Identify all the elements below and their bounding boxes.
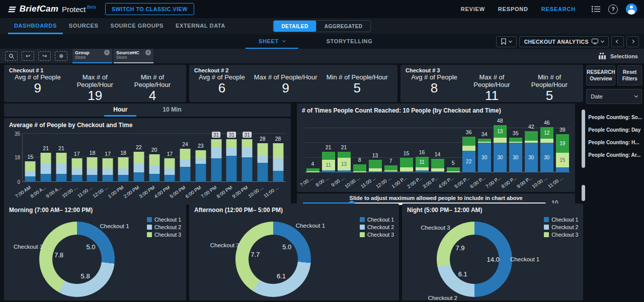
bar-segment[interactable]: [447, 167, 460, 171]
tasks-list-icon[interactable]: [592, 6, 600, 13]
legend-item-checkout-3[interactable]: Checkout 3: [544, 232, 578, 238]
bar-segment[interactable]: 15: [556, 153, 569, 167]
bar-segment[interactable]: [118, 175, 128, 182]
bar-segment[interactable]: 22: [462, 151, 475, 172]
bar-7-00-p-[interactable]: 301348: [492, 121, 508, 172]
bar-segment[interactable]: [447, 171, 460, 172]
bar-segment[interactable]: [180, 160, 191, 167]
bar-segment[interactable]: [540, 139, 553, 143]
nav-research[interactable]: RESEARCH: [541, 6, 576, 12]
bar-segment[interactable]: [242, 147, 253, 157]
bar-8-00-[interactable]: 1121: [320, 121, 336, 172]
bar-4-00-p-[interactable]: 5: [445, 121, 461, 172]
bar-segment[interactable]: [71, 158, 82, 168]
bar-segment[interactable]: [25, 171, 36, 176]
bar-segment[interactable]: [41, 174, 51, 182]
bar-4-00-pm[interactable]: 17: [162, 134, 178, 182]
nav-review[interactable]: REVIEW: [461, 6, 485, 12]
bar-10-00-[interactable]: 8: [352, 121, 367, 172]
bar-segment[interactable]: [103, 168, 113, 175]
bar-segment[interactable]: [211, 158, 221, 182]
bar-3-00-pm[interactable]: 20: [146, 134, 162, 182]
toggle-aggregated[interactable]: AGGREGATED: [316, 21, 371, 32]
bar-segment[interactable]: [384, 171, 397, 172]
tab-10-min[interactable]: 10 Min: [153, 104, 190, 117]
user-avatar[interactable]: [626, 4, 637, 15]
date-filter-dropdown[interactable]: Date: [586, 89, 642, 104]
research-overview-button[interactable]: RESEARCH Overview: [586, 65, 615, 85]
close-icon[interactable]: ×: [145, 50, 151, 55]
selections-button[interactable]: Selections: [599, 49, 638, 63]
bar-segment[interactable]: [226, 147, 237, 155]
reset-filters-button[interactable]: Reset Filters: [617, 65, 642, 85]
bar-11-00-[interactable]: 18: [85, 134, 100, 182]
bar-segment[interactable]: [133, 164, 144, 172]
bar-segment[interactable]: [133, 152, 144, 164]
bar-segment[interactable]: [180, 167, 191, 182]
bar-segment[interactable]: [273, 171, 283, 182]
bar-segment[interactable]: [257, 143, 268, 156]
bar-9-00-pm[interactable]: 31: [239, 134, 255, 182]
legend-item-checkout-2[interactable]: Checkout 2: [147, 224, 181, 230]
bar-segment[interactable]: [41, 164, 51, 173]
bar-segment[interactable]: [509, 138, 522, 142]
bar-segment[interactable]: [338, 152, 351, 158]
bar-2-00-pm[interactable]: 22: [131, 134, 146, 182]
bar-segment[interactable]: [103, 158, 113, 168]
bar-11-00-[interactable]: 28: [270, 134, 286, 182]
help-icon[interactable]: ?: [608, 5, 618, 14]
bar-8-00-a-[interactable]: 21: [38, 134, 54, 182]
bar-segment[interactable]: [369, 160, 382, 169]
bar-segment[interactable]: [195, 158, 206, 164]
bar-segment[interactable]: [416, 170, 429, 172]
bar-10-00-[interactable]: 301246: [539, 121, 554, 172]
bar-12-00-[interactable]: 7: [383, 121, 398, 172]
bar-5-00-p-[interactable]: 2236: [461, 121, 476, 172]
legend-item-checkout-2[interactable]: Checkout 2: [360, 224, 394, 230]
bar-segment[interactable]: [195, 164, 206, 182]
bar-12-00-[interactable]: 17: [100, 134, 116, 182]
bar-segment[interactable]: [56, 153, 66, 164]
bar-segment[interactable]: [462, 137, 475, 146]
legend-item-checkout-1[interactable]: Checkout 1: [147, 217, 181, 223]
bar-segment[interactable]: [149, 154, 159, 165]
bar-segment[interactable]: 19: [556, 134, 569, 153]
bar-segment[interactable]: [71, 175, 82, 182]
bar-segment[interactable]: [322, 170, 335, 172]
bar-segment[interactable]: [103, 175, 113, 182]
toggle-detailed[interactable]: DETAILED: [273, 21, 316, 32]
bar-segment[interactable]: 30: [540, 143, 553, 172]
tab-sources[interactable]: SOURCES: [63, 18, 105, 34]
filter-people-counting-hour[interactable]: People Counting: H...: [586, 136, 642, 149]
bar-segment[interactable]: [149, 165, 159, 173]
clear-selections-icon[interactable]: ⊗: [55, 51, 67, 61]
bar-10-00-[interactable]: 17: [69, 134, 85, 182]
filter-chip-sourcehc[interactable]: SourceHC × Store: [114, 49, 153, 63]
bar-6-00-p-[interactable]: 3034: [476, 121, 492, 172]
bar-segment[interactable]: 13: [338, 158, 351, 171]
sheet-scrollbar[interactable]: [582, 185, 585, 201]
tab-hour[interactable]: Hour: [104, 104, 136, 117]
bar-6-00-pm[interactable]: 23: [193, 134, 208, 182]
step-forward-icon[interactable]: ↪: [38, 51, 51, 61]
bar-segment[interactable]: [369, 171, 382, 172]
tab-dashboards[interactable]: DASHBOARDS: [8, 18, 63, 34]
bar-segment[interactable]: 13: [494, 125, 507, 138]
bar-segment[interactable]: 30: [509, 143, 522, 172]
filter-people-counting-source[interactable]: People Counting: So...: [586, 111, 642, 124]
bar-segment[interactable]: [56, 174, 66, 182]
filter-people-counting-area[interactable]: People Counting: Ar...: [586, 149, 642, 161]
bar-segment[interactable]: [71, 168, 82, 175]
previous-sheet-button[interactable]: [611, 36, 624, 47]
bar-9-00-a-[interactable]: 21: [54, 134, 69, 182]
chart-scrollbar[interactable]: [582, 110, 585, 168]
bar-7-00-am[interactable]: 15: [23, 134, 38, 182]
bar-10-00-[interactable]: 28: [255, 134, 270, 182]
bar-segment[interactable]: [87, 175, 98, 182]
bar-segment[interactable]: [400, 171, 413, 172]
bar-segment[interactable]: [556, 167, 569, 172]
bar-segment[interactable]: 12: [540, 127, 553, 139]
bar-segment[interactable]: [25, 176, 36, 182]
bar-segment[interactable]: [211, 139, 221, 147]
step-back-icon[interactable]: ↩: [22, 51, 34, 61]
